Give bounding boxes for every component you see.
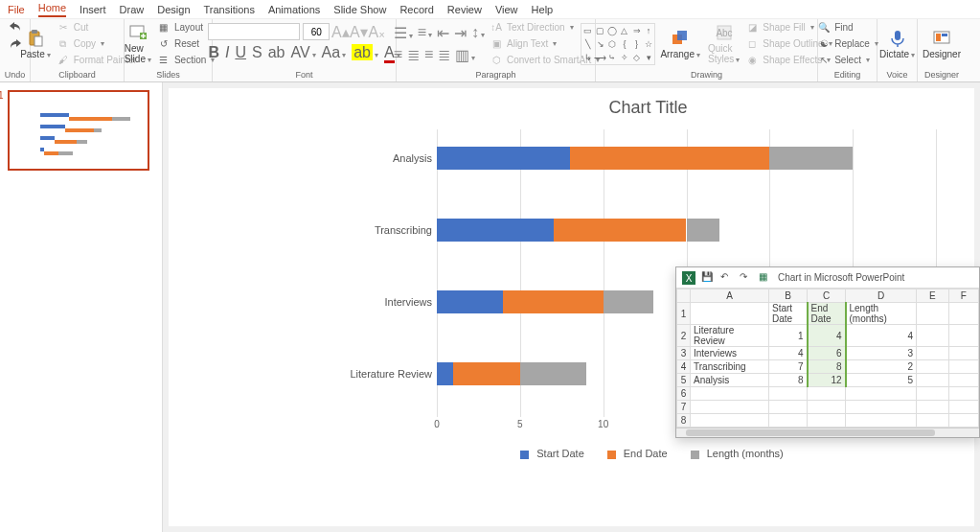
- font-family-combo[interactable]: [208, 23, 300, 40]
- numbering-button[interactable]: ≡: [418, 24, 432, 42]
- slide-thumbnail-1[interactable]: [8, 90, 149, 171]
- replace-button[interactable]: ☯Replace: [816, 36, 878, 52]
- bold-button[interactable]: B: [208, 44, 219, 61]
- cell[interactable]: 3: [846, 347, 917, 360]
- row-header[interactable]: 5: [677, 374, 691, 387]
- cell[interactable]: [948, 360, 978, 374]
- data-window-titlebar[interactable]: X 💾 ↶ ↷ ▦ Chart in Microsoft PowerPoint: [676, 267, 979, 289]
- cell[interactable]: 2: [846, 360, 917, 374]
- cell[interactable]: End Date: [808, 303, 846, 325]
- cell[interactable]: [948, 325, 978, 347]
- paste-button[interactable]: Paste: [17, 29, 54, 59]
- cell[interactable]: 1: [769, 325, 808, 347]
- cell[interactable]: 12: [808, 374, 846, 387]
- cell[interactable]: [948, 401, 978, 414]
- cell[interactable]: Literature Review: [691, 325, 769, 347]
- cell[interactable]: [917, 347, 949, 360]
- row-header[interactable]: 3: [677, 347, 691, 360]
- row-header[interactable]: 7: [677, 401, 691, 414]
- menu-insert[interactable]: Insert: [80, 4, 106, 15]
- align-left-button[interactable]: ≡: [394, 46, 402, 64]
- cell[interactable]: 4: [846, 325, 917, 347]
- char-spacing-button[interactable]: AV: [290, 44, 315, 61]
- cell[interactable]: [917, 325, 949, 347]
- cell[interactable]: 8: [808, 360, 846, 374]
- arrange-button[interactable]: Arrange: [657, 29, 703, 59]
- row-header[interactable]: 6: [677, 387, 691, 401]
- col-header[interactable]: F: [948, 289, 978, 303]
- menu-design[interactable]: Design: [157, 4, 190, 15]
- bullets-button[interactable]: ☰: [394, 24, 413, 42]
- redo-small-icon[interactable]: ↷: [740, 271, 753, 285]
- col-header[interactable]: E: [917, 289, 949, 303]
- cell[interactable]: [948, 414, 978, 428]
- cell[interactable]: [917, 414, 949, 428]
- cell[interactable]: [808, 414, 846, 428]
- col-header[interactable]: C: [808, 289, 846, 303]
- underline-button[interactable]: U: [235, 44, 246, 61]
- cell[interactable]: Interviews: [691, 347, 769, 360]
- cell[interactable]: 5: [846, 374, 917, 387]
- cell[interactable]: [808, 401, 846, 414]
- cell[interactable]: [948, 347, 978, 360]
- col-header[interactable]: [677, 289, 691, 303]
- align-right-button[interactable]: ≡: [424, 46, 433, 64]
- dictate-button[interactable]: Dictate: [877, 29, 918, 59]
- clear-format-icon[interactable]: Aₓ: [369, 24, 384, 39]
- menu-help[interactable]: Help: [532, 4, 554, 15]
- row-header[interactable]: 4: [677, 360, 691, 374]
- col-header[interactable]: B: [769, 289, 808, 303]
- cell[interactable]: 4: [769, 347, 808, 360]
- highlight-button[interactable]: ab: [352, 44, 378, 61]
- menu-review[interactable]: Review: [447, 4, 482, 15]
- cell[interactable]: [846, 387, 917, 401]
- cell[interactable]: [948, 374, 978, 387]
- case-button[interactable]: Aa: [322, 44, 347, 61]
- select-button[interactable]: ↖Select: [816, 53, 878, 68]
- menu-file[interactable]: File: [8, 4, 25, 15]
- find-button[interactable]: 🔍Find: [816, 20, 878, 35]
- justify-button[interactable]: ≣: [438, 46, 450, 64]
- cell[interactable]: [917, 387, 949, 401]
- cell[interactable]: [808, 387, 846, 401]
- undo-small-icon[interactable]: ↶: [720, 271, 734, 285]
- shapes-gallery[interactable]: ▭▢◯△⇒↑ ╲↘⬡{}☆ ↳⟶⤷✧◇▾: [581, 23, 655, 65]
- cell[interactable]: [948, 303, 978, 325]
- col-header[interactable]: D: [846, 289, 917, 303]
- grid-icon[interactable]: ▦: [759, 271, 772, 285]
- new-slide-button[interactable]: New Slide: [122, 23, 154, 64]
- menu-view[interactable]: View: [495, 4, 518, 15]
- cell[interactable]: 8: [769, 374, 808, 387]
- cell[interactable]: [948, 387, 978, 401]
- menu-animations[interactable]: Animations: [268, 4, 320, 15]
- col-header[interactable]: A: [691, 289, 769, 303]
- data-grid[interactable]: ABCDEF1Start DateEnd DateLength (months)…: [676, 289, 979, 428]
- quick-styles-button[interactable]: AbcQuick Styles: [705, 23, 742, 64]
- cell[interactable]: Transcribing: [691, 360, 769, 374]
- shadow-button[interactable]: ab: [268, 44, 285, 61]
- menu-transitions[interactable]: Transitions: [204, 4, 255, 15]
- cell[interactable]: [691, 303, 769, 325]
- line-spacing-button[interactable]: ↕: [471, 24, 485, 42]
- chart-data-window[interactable]: X 💾 ↶ ↷ ▦ Chart in Microsoft PowerPoint …: [675, 266, 980, 438]
- cell[interactable]: [769, 387, 808, 401]
- strike-button[interactable]: S: [252, 44, 262, 61]
- menu-record[interactable]: Record: [399, 4, 433, 15]
- cell[interactable]: [691, 414, 769, 428]
- cell[interactable]: 4: [808, 325, 846, 347]
- italic-button[interactable]: I: [225, 44, 229, 61]
- cell[interactable]: [917, 360, 949, 374]
- cell[interactable]: Analysis: [691, 374, 769, 387]
- row-header[interactable]: 8: [677, 414, 691, 428]
- cell[interactable]: [917, 401, 949, 414]
- align-center-button[interactable]: ≣: [407, 46, 420, 64]
- menu-draw[interactable]: Draw: [120, 4, 145, 15]
- decrease-font-icon[interactable]: A▾: [351, 24, 366, 39]
- cell[interactable]: [846, 401, 917, 414]
- horizontal-scrollbar[interactable]: [676, 428, 979, 437]
- indent-left-button[interactable]: ⇤: [437, 24, 449, 42]
- cell[interactable]: [917, 374, 949, 387]
- cell[interactable]: [691, 401, 769, 414]
- font-size-combo[interactable]: 60: [303, 23, 330, 40]
- cell[interactable]: Start Date: [769, 303, 808, 325]
